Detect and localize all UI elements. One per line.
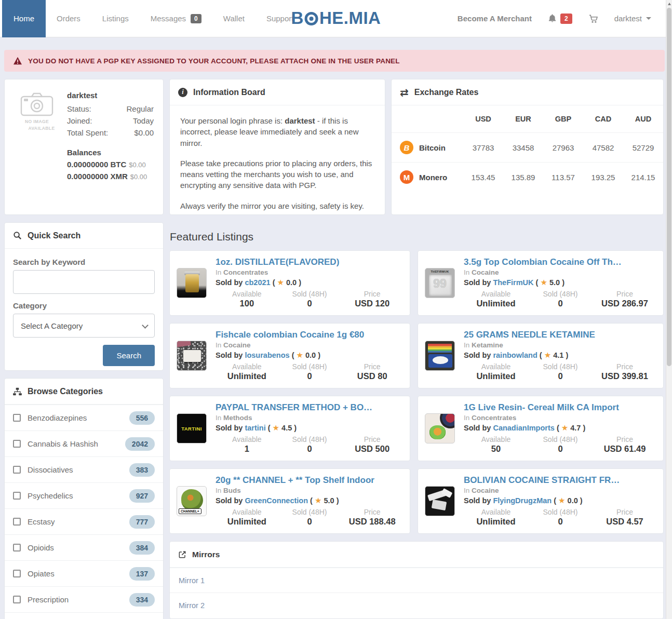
no-image-placeholder: NO IMAGEAVAILABLE [12,92,62,132]
seller-rating: 0.0 [305,351,316,359]
user-dropdown[interactable]: darktest [614,14,651,23]
listing-title-link[interactable]: Fishcale colombian Cocaine 1g €80 [216,330,404,340]
category-checkbox[interactable] [13,466,21,474]
available-value: Unlimited [216,517,278,527]
category-checkbox[interactable] [13,518,21,526]
price-value: USD 286.97 [593,299,657,308]
category-row-ecstasy[interactable]: Ecstasy 777 [5,508,163,534]
listing-thumbnail-channel[interactable]: CHANNEL+ [177,486,207,516]
nav-item-orders[interactable]: Orders [46,14,91,23]
star-icon: ★ [273,423,279,432]
exchange-icon: ⇄ [400,87,409,98]
seller-link[interactable]: cb2021 [245,278,270,287]
category-checkbox[interactable] [13,570,21,577]
category-count-badge: 384 [129,541,155,555]
listing-thumbnail-live-resin[interactable] [425,413,455,443]
xmr-balance: 0.00000000 XMR$0.00 [67,171,154,183]
exchange-rates-title: Exchange Rates [414,88,479,97]
nav-item-listings[interactable]: Listings [91,14,140,23]
category-row-prescription[interactable]: Prescription 334 [5,586,163,612]
category-checkbox[interactable] [13,492,21,500]
listing-category-link[interactable]: Cocaine [472,268,499,276]
listing-thumbnail-fishcale[interactable] [177,341,207,371]
become-merchant-link[interactable]: Become A Merchant [458,14,532,23]
listing-title-link[interactable]: 1oz. DISTILLATE(FLAVORED) [216,257,404,267]
category-row-psychedelics[interactable]: Psychedelics 927 [5,482,163,508]
search-button[interactable]: Search [103,345,155,366]
featured-listings-title: Featured Listings [170,231,253,243]
bell-icon [547,14,557,23]
category-count-badge: 556 [129,411,155,425]
listing-title-link[interactable]: 3.5g Top Colombian Cocaine Off Th… [464,257,657,267]
category-label: Category [13,301,155,310]
seller-link[interactable]: losurabenos [245,351,289,359]
sold-value: 0 [278,371,341,381]
joined-value: Today [133,115,154,127]
mirrors-panel: Mirrors Mirror 1 Mirror 2 [169,541,664,619]
category-checkbox[interactable] [13,440,21,448]
browse-categories-panel: Browse Categories Benzodiazepines 556 Ca… [4,378,164,619]
listing-category-link[interactable]: Concentrates [472,414,516,422]
listing-category-link[interactable]: Buds [223,487,241,494]
listing-category-link[interactable]: Ketamine [472,341,503,349]
listing-card: THEFIRMUK99 3.5g Top Colombian Cocaine O… [418,250,664,316]
listing-category-link[interactable]: Cocaine [223,341,251,349]
category-checkbox[interactable] [13,414,21,422]
listing-card: 1oz. DISTILLATE(FLAVORED) In Concentrate… [169,250,410,316]
keyword-input[interactable] [13,270,155,294]
seller-link[interactable]: TheFirmUK [493,278,533,287]
listing-title-link[interactable]: 1G Live Resin- Cereal Milk CA Import [464,402,657,413]
notifications-button[interactable]: 2 [547,14,572,24]
listing-thumbnail-distillate[interactable] [177,268,207,298]
bohemia-logo[interactable]: BHE.MIA [291,8,381,28]
listing-category-link[interactable]: Methods [223,414,252,422]
seller-link[interactable]: GreenConnection [245,496,308,505]
listing-title-link[interactable]: PAYPAL TRANSFER METHOD + BO… [216,402,404,413]
category-row-opioids[interactable]: Opioids 384 [5,534,163,560]
pgp-warning-banner: YOU DO NOT HAVE A PGP KEY ASSIGNED TO YO… [4,50,665,72]
nav-item-home[interactable]: Home [2,0,46,37]
category-row-dissociatives[interactable]: Dissociatives 383 [5,456,163,482]
top-navbar: Home Orders Listings Messages 0 Wallet S… [0,0,672,37]
listing-category-link[interactable]: Cocaine [472,487,499,494]
sold-value: 0 [278,299,341,308]
scrollbar-thumb[interactable] [667,8,671,366]
listing-thumbnail-tartini[interactable]: TARTINI [177,413,207,443]
nav-item-wallet[interactable]: Wallet [212,14,256,23]
caret-down-icon [646,17,651,20]
mirror-link-2[interactable]: Mirror 2 [170,593,663,617]
listing-category-link[interactable]: Concentrates [223,268,268,276]
listing-thumbnail-bolivian[interactable] [425,486,455,516]
seller-link[interactable]: rainbowland [493,351,537,359]
seller-link[interactable]: tartini [245,424,265,432]
seller-link[interactable]: FlyingDrugzMan [493,496,552,505]
cart-icon[interactable] [588,14,599,24]
star-icon: ★ [297,351,303,359]
listing-title-link[interactable]: 25 GRAMS NEEDLE KETAMINE [464,330,657,340]
category-checkbox[interactable] [13,596,21,603]
nav-item-messages[interactable]: Messages 0 [140,14,212,23]
navbar-right-group: Become A Merchant 2 darktest [458,14,672,24]
available-value: 100 [216,299,278,308]
price-value: USD 120 [341,299,404,308]
listing-title-link[interactable]: BOLIVIAN COCAINE STRAIGHT FR… [464,475,657,486]
listing-thumbnail-ketamine[interactable] [425,341,455,371]
page-scrollbar[interactable] [666,0,672,619]
user-info-block: darktest Status:Regular Joined:Today Tot… [67,91,154,182]
user-summary-panel: NO IMAGEAVAILABLE darktest Status:Regula… [4,79,164,215]
mirror-link-1[interactable]: Mirror 1 [170,568,663,593]
star-icon: ★ [561,423,568,432]
category-select[interactable]: Select A Category [13,314,155,338]
category-row-opiates[interactable]: Opiates 137 [5,560,163,586]
available-value: Unlimited [216,371,278,381]
category-count-badge: 2042 [125,437,155,451]
star-icon: ★ [544,351,551,359]
seller-rating: 5.0 [324,496,334,505]
seller-link[interactable]: CanadianImports [493,424,554,432]
listing-thumbnail-thefirmuk[interactable]: THEFIRMUK99 [425,268,455,298]
category-checkbox[interactable] [13,544,21,551]
category-row-cannabis[interactable]: Cannabis & Hashish 2042 [5,430,163,456]
listing-title-link[interactable]: 20g ** CHANNEL + ** Top Shelf Indoor [216,475,404,486]
scrollbar-up-arrow[interactable] [668,3,671,5]
category-row-benzodiazepines[interactable]: Benzodiazepines 556 [5,405,163,430]
